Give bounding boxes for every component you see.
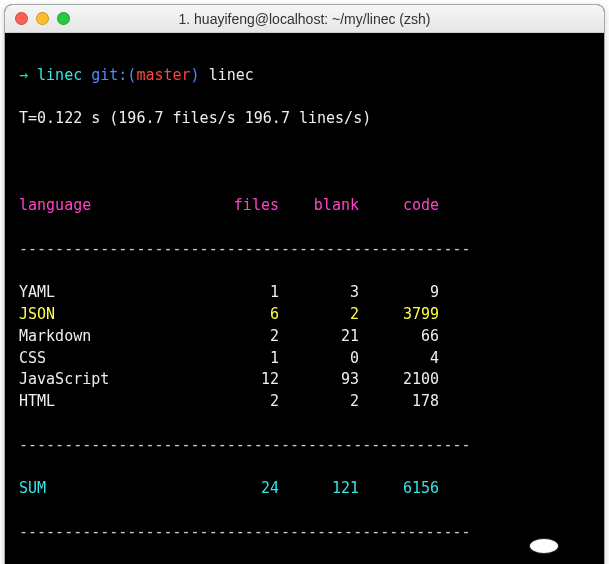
cell-files: 1 — [199, 348, 279, 370]
header-files: files — [199, 195, 279, 217]
sum-label: SUM — [19, 478, 199, 500]
divider: ----------------------------------------… — [19, 435, 590, 457]
cell-files: 12 — [199, 369, 279, 391]
cell-language: YAML — [19, 282, 199, 304]
sum-row: SUM241216156 — [19, 478, 590, 500]
cell-code: 178 — [359, 391, 439, 413]
table-header: languagefilesblankcode — [19, 195, 590, 217]
sum-code: 6156 — [359, 478, 439, 500]
cell-files: 2 — [199, 391, 279, 413]
command: linec — [209, 66, 254, 84]
cell-blank: 2 — [279, 391, 359, 413]
minimize-icon[interactable] — [36, 12, 49, 25]
cell-code: 3799 — [359, 304, 439, 326]
table-row: JSON623799 — [19, 304, 590, 326]
timing-line: T=0.122 s (196.7 files/s 196.7 lines/s) — [19, 108, 590, 130]
close-icon[interactable] — [15, 12, 28, 25]
cell-code: 66 — [359, 326, 439, 348]
cell-blank: 93 — [279, 369, 359, 391]
git-branch: master — [136, 66, 190, 84]
git-label: git:( — [91, 66, 136, 84]
git-close: ) — [191, 66, 200, 84]
titlebar[interactable]: 1. huayifeng@localhost: ~/my/linec (zsh) — [5, 5, 604, 33]
zoom-icon[interactable] — [57, 12, 70, 25]
table-row: YAML139 — [19, 282, 590, 304]
cell-blank: 2 — [279, 304, 359, 326]
watermark-logo-icon — [529, 538, 559, 554]
terminal-body[interactable]: → linec git:(master) linec T=0.122 s (19… — [5, 33, 604, 564]
cell-language: HTML — [19, 391, 199, 413]
divider: ----------------------------------------… — [19, 522, 590, 544]
table-row: JavaScript12932100 — [19, 369, 590, 391]
traffic-lights — [15, 12, 70, 25]
header-code: code — [359, 195, 439, 217]
prompt-dir: linec — [37, 66, 82, 84]
cell-files: 6 — [199, 304, 279, 326]
terminal-window: 1. huayifeng@localhost: ~/my/linec (zsh)… — [4, 4, 605, 564]
cell-code: 9 — [359, 282, 439, 304]
cell-language: CSS — [19, 348, 199, 370]
cell-language: Markdown — [19, 326, 199, 348]
cell-files: 1 — [199, 282, 279, 304]
sum-blank: 121 — [279, 478, 359, 500]
header-language: language — [19, 195, 199, 217]
table-row: CSS104 — [19, 348, 590, 370]
prompt-line-1: → linec git:(master) linec — [19, 65, 590, 87]
cell-code: 4 — [359, 348, 439, 370]
sum-files: 24 — [199, 478, 279, 500]
header-blank: blank — [279, 195, 359, 217]
watermark-text: 中文网 — [563, 537, 599, 554]
cell-code: 2100 — [359, 369, 439, 391]
cell-files: 2 — [199, 326, 279, 348]
prompt-arrow-icon: → — [19, 66, 28, 84]
divider: ----------------------------------------… — [19, 239, 590, 261]
cell-blank: 3 — [279, 282, 359, 304]
cell-language: JSON — [19, 304, 199, 326]
window-title: 1. huayifeng@localhost: ~/my/linec (zsh) — [5, 11, 604, 27]
table-body: YAML139JSON623799Markdown22166CSS104Java… — [19, 282, 590, 413]
table-row: HTML22178 — [19, 391, 590, 413]
cell-blank: 21 — [279, 326, 359, 348]
watermark: 中文网 — [529, 537, 599, 554]
cell-language: JavaScript — [19, 369, 199, 391]
table-row: Markdown22166 — [19, 326, 590, 348]
cell-blank: 0 — [279, 348, 359, 370]
